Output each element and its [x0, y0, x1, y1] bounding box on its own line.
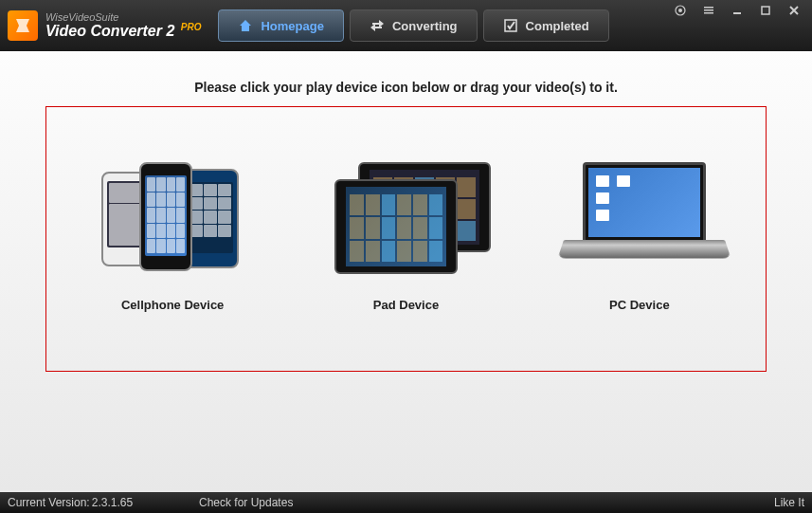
device-pc-label: PC Device — [609, 298, 670, 312]
svg-rect-6 — [733, 12, 741, 14]
check-updates-link[interactable]: Check for Updates — [199, 496, 293, 509]
svg-rect-7 — [762, 7, 769, 14]
skin-button[interactable] — [668, 2, 693, 19]
status-version-label: Current Version: — [8, 496, 90, 509]
device-cellphone-label: Cellphone Device — [121, 298, 224, 312]
device-pad-label: Pad Device — [373, 298, 439, 312]
window-controls — [668, 2, 806, 19]
convert-icon — [370, 18, 385, 33]
svg-rect-5 — [704, 12, 713, 14]
instruction-text: Please click your play device icon below… — [45, 80, 767, 95]
tab-homepage-label: Homepage — [261, 19, 323, 33]
menu-button[interactable] — [696, 2, 721, 19]
tab-completed[interactable]: Completed — [483, 9, 609, 42]
tab-converting-label: Converting — [392, 19, 458, 33]
device-drop-area[interactable]: Cellphone Device Pad Device — [45, 106, 767, 372]
tab-homepage[interactable]: Homepage — [218, 9, 343, 42]
maximize-button[interactable] — [753, 2, 778, 19]
tab-converting[interactable]: Converting — [350, 9, 478, 42]
app-title: Video Converter 2 — [45, 23, 174, 39]
svg-rect-4 — [704, 9, 713, 11]
app-logo-block: WiseVideoSuite Video Converter 2 PRO — [8, 10, 199, 41]
checkbox-icon — [503, 18, 518, 33]
nav-tabs: Homepage Converting Completed — [218, 9, 608, 42]
home-icon — [238, 18, 253, 33]
pc-icon — [564, 157, 715, 281]
tab-completed-label: Completed — [526, 19, 589, 33]
app-badge: PRO — [181, 22, 202, 32]
cellphone-icon — [97, 157, 248, 281]
device-pc[interactable]: PC Device — [545, 157, 734, 312]
app-brand: WiseVideoSuite — [45, 11, 199, 23]
status-version-value: 2.3.1.65 — [92, 496, 133, 509]
main-panel: Please click your play device icon below… — [0, 51, 812, 492]
title-bar: WiseVideoSuite Video Converter 2 PRO Hom… — [0, 0, 812, 51]
svg-rect-3 — [704, 7, 713, 9]
app-logo-icon — [8, 10, 38, 41]
status-bar: Current Version: 2.3.1.65 Check for Upda… — [0, 492, 812, 513]
minimize-button[interactable] — [725, 2, 749, 19]
like-it-link[interactable]: Like It — [774, 496, 804, 509]
device-cellphone[interactable]: Cellphone Device — [78, 157, 267, 312]
pad-icon — [330, 157, 481, 281]
svg-point-2 — [678, 9, 682, 12]
device-pad[interactable]: Pad Device — [311, 157, 500, 312]
close-button[interactable] — [782, 2, 806, 19]
